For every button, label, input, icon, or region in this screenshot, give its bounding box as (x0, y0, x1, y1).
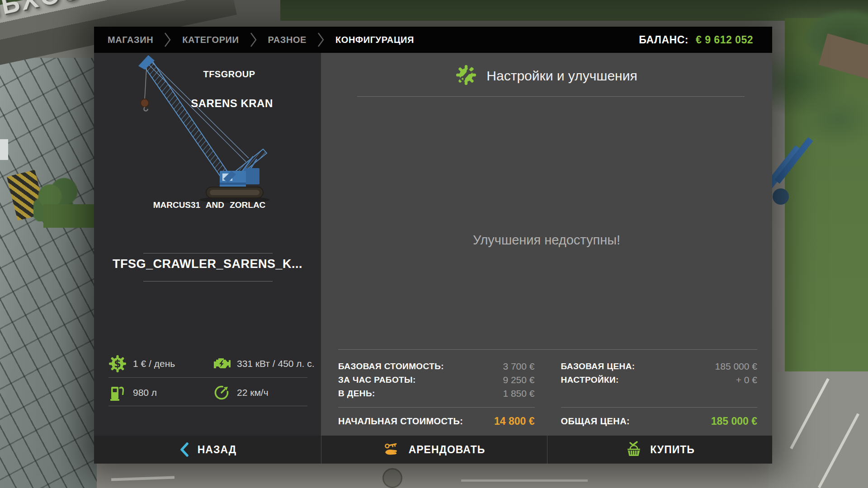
vehicle-credits: MARCUS31 AND ZORLAC (139, 200, 279, 210)
stat-value: 331 кВт / 450 л. с. (237, 358, 315, 369)
lease-button-label: АРЕНДОВАТЬ (409, 444, 486, 456)
hand-key-icon (383, 441, 401, 459)
total-label: ОБЩАЯ ЦЕНА: (561, 416, 630, 427)
buy-button-label: КУПИТЬ (650, 444, 695, 456)
config-header: Настройки и улучшения (321, 65, 772, 87)
chevron-right-icon (250, 32, 257, 47)
cost-row: НАСТРОЙКИ: + 0 € (561, 373, 758, 387)
concrete-right (769, 371, 868, 488)
chevron-left-icon (179, 442, 190, 457)
total-price-row: ОБЩАЯ ЦЕНА: 185 000 € (561, 410, 758, 432)
screen: ЕЛЬХОЗ МАГАЗИН КАТЕГОРИИ РАЗНОЕ (0, 0, 868, 488)
lease-button[interactable]: АРЕНДОВАТЬ (321, 436, 547, 464)
divider (357, 96, 745, 97)
operating-costs-column: БАЗОВАЯ СТОИМОСТЬ: 3 700 € ЗА ЧАС РАБОТЫ… (338, 360, 535, 432)
cost-label: В ДЕНЬ: (338, 389, 375, 399)
gear-dollar-icon: $ (108, 355, 127, 373)
shop-body: TFSGROUP SARENS KRAN MARCUS31 AND ZORLAC… (94, 53, 772, 436)
breadcrumb-item-shop[interactable]: МАГАЗИН (108, 35, 153, 45)
cost-row: БАЗОВАЯ СТОИМОСТЬ: 3 700 € (338, 360, 535, 373)
speedometer-icon (212, 384, 231, 402)
stat-value: 980 л (133, 387, 157, 398)
stat-fuel: 980 л (108, 383, 157, 403)
cost-label: ЗА ЧАС РАБОТЫ: (338, 375, 416, 385)
vehicle-name: TFSG_CRAWLER_SARENS_K... (99, 257, 316, 271)
cost-label: БАЗОВАЯ ЦЕНА: (561, 361, 635, 371)
stat-power: 331 кВт / 450 л. с. (212, 354, 315, 374)
buy-button[interactable]: КУПИТЬ (547, 436, 772, 464)
cost-summary: БАЗОВАЯ СТОИМОСТЬ: 3 700 € ЗА ЧАС РАБОТЫ… (338, 349, 757, 432)
total-label: НАЧАЛЬНАЯ СТОИМОСТЬ: (338, 416, 463, 427)
svg-text:$: $ (114, 358, 121, 370)
divider (143, 253, 273, 253)
cost-value: 3 700 € (503, 361, 534, 372)
cost-row: ЗА ЧАС РАБОТЫ: 9 250 € (338, 373, 535, 387)
divider (143, 281, 273, 282)
farm-building: ЕЛЬХОЗ (0, 0, 97, 488)
vehicle-brand-line2: SARENS KRAN (169, 97, 295, 110)
stat-value: 22 км/ч (237, 387, 269, 398)
vehicle-brand-line1: TFSGROUP (170, 69, 288, 80)
building-sign: ЕЛЬХОЗ (0, 0, 84, 28)
cost-row: В ДЕНЬ: 1 850 € (338, 387, 535, 400)
action-bar: НАЗАД АРЕНДОВАТЬ (94, 436, 772, 464)
balance-display: БАЛАНС: € 9 612 052 (639, 34, 753, 46)
shop-config-dialog: МАГАЗИН КАТЕГОРИИ РАЗНОЕ КОНФИГУРАЦИЯ БА… (94, 27, 772, 464)
balance-label: БАЛАНС: (639, 34, 689, 46)
manhole-cover (382, 468, 402, 488)
total-value: 185 000 € (711, 415, 757, 427)
divider (108, 406, 307, 406)
cost-label: БАЗОВАЯ СТОИМОСТЬ: (338, 361, 444, 371)
basket-check-icon (625, 441, 643, 459)
cost-label: НАСТРОЙКИ: (561, 375, 619, 385)
parking-line (111, 476, 175, 481)
fuel-pump-icon (108, 384, 127, 402)
breadcrumb: МАГАЗИН КАТЕГОРИИ РАЗНОЕ КОНФИГУРАЦИЯ (108, 32, 414, 47)
divider (338, 407, 535, 408)
vehicle-preview-panel: TFSGROUP SARENS KRAN MARCUS31 AND ZORLAC… (94, 53, 321, 436)
white-window (0, 139, 8, 160)
total-value: 14 800 € (494, 415, 535, 427)
divider (561, 407, 758, 408)
parking-line (461, 479, 588, 482)
blue-machine (770, 133, 813, 217)
chevron-right-icon (317, 32, 325, 47)
cost-value: 1 850 € (503, 388, 534, 399)
config-title: Настройки и улучшения (486, 68, 637, 84)
shop-header-bar: МАГАЗИН КАТЕГОРИИ РАЗНОЕ КОНФИГУРАЦИЯ БА… (94, 27, 772, 53)
breadcrumb-item-categories[interactable]: КАТЕГОРИИ (182, 35, 239, 45)
balance-value: € 9 612 052 (696, 34, 753, 46)
cost-value: 185 000 € (715, 361, 757, 372)
divider (338, 349, 757, 350)
engine-icon (212, 355, 231, 373)
breadcrumb-item-configuration: КОНФИГУРАЦИЯ (335, 35, 414, 45)
grass-strip (43, 204, 97, 228)
cost-value: 9 250 € (503, 375, 534, 385)
cost-value: + 0 € (736, 375, 757, 385)
stat-maintenance: $ 1 € / день (108, 354, 175, 374)
breadcrumb-item-misc[interactable]: РАЗНОЕ (268, 35, 307, 45)
initial-cost-row: НАЧАЛЬНАЯ СТОИМОСТЬ: 14 800 € (338, 410, 535, 432)
gear-wrench-icon (456, 65, 476, 87)
divider (108, 377, 307, 378)
stat-value: 1 € / день (133, 358, 175, 369)
chevron-right-icon (164, 32, 171, 47)
cost-row: БАЗОВАЯ ЦЕНА: 185 000 € (561, 360, 758, 373)
purchase-price-column: БАЗОВАЯ ЦЕНА: 185 000 € НАСТРОЙКИ: + 0 € (561, 360, 758, 432)
glass-facade (0, 58, 97, 488)
configuration-panel: Настройки и улучшения Улучшения недоступ… (321, 53, 772, 436)
no-upgrades-message: Улучшения недоступны! (321, 233, 772, 248)
back-button-label: НАЗАД (198, 444, 236, 456)
back-button[interactable]: НАЗАД (94, 436, 321, 464)
stat-speed: 22 км/ч (212, 383, 269, 403)
